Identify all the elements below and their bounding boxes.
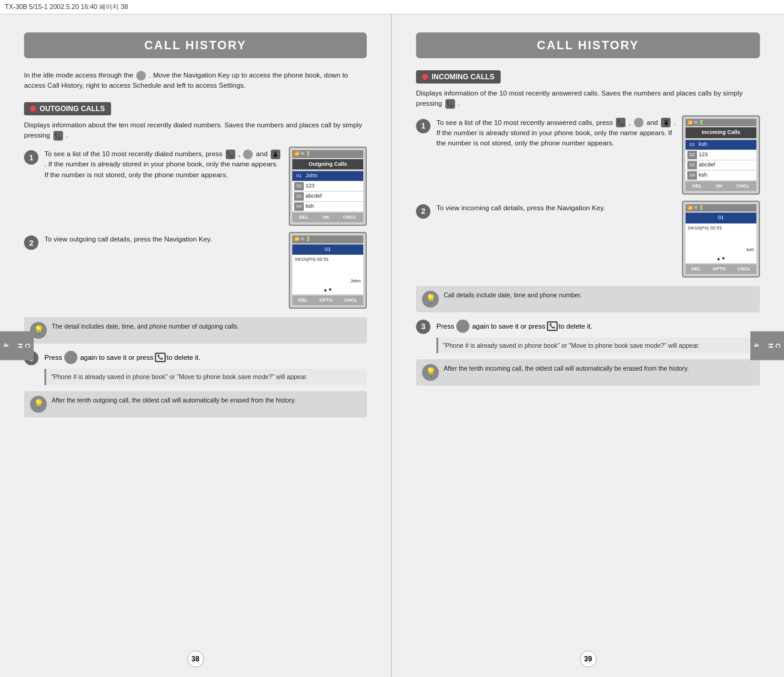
step-1-content: 📶 ✉ 🔋 Outgoing Calls 01 John 02 123 <box>44 149 367 226</box>
outgoing-calls-header: OUTGOING CALLS <box>24 102 111 115</box>
detail-arrows: ▲▼ <box>292 286 363 294</box>
screen-buttons-1: DEL OK CNCL <box>292 213 363 222</box>
left-intro-text: In the idle mode access through the . Mo… <box>24 70 367 91</box>
phone-icon-2a: 📞 <box>616 118 626 127</box>
step-3-incoming-row: 3 Press again to save it or press 📞 to d… <box>416 318 760 334</box>
tip-icon-2: 💡 <box>30 396 47 413</box>
incoming-screen-row-3: 03 abcdef <box>686 160 756 170</box>
phone-icon-2c: 📱 <box>661 118 671 127</box>
incoming-calls-header: INCOMING CALLS <box>416 70 501 83</box>
step-1-incoming-number: 1 <box>416 119 430 133</box>
step-2-incoming-number: 2 <box>416 204 430 219</box>
step-3-row: 3 Press again to save it or press 📞 to d… <box>24 350 367 365</box>
step-3-mid: again to save it or press <box>80 354 153 361</box>
screen-row-1: 01 John <box>292 171 363 181</box>
step-1-row: 1 📶 ✉ 🔋 Outgoing Calls 01 John <box>24 149 367 226</box>
save-icon-right <box>456 320 469 333</box>
phone-icon-desc: 📞 <box>53 131 63 141</box>
detail-empty <box>292 264 363 276</box>
left-page-number: 38 <box>187 651 204 667</box>
step-3-incoming-end: to delete it. <box>559 323 593 330</box>
left-page-title-bar: CALL HISTORY <box>24 32 367 58</box>
tip-2-incoming-text: After the tenth incoming call, the oldes… <box>444 364 689 373</box>
tip-icon-incoming-1: 💡 <box>422 291 439 308</box>
quote-text-left: "Phone # is already saved in phone book"… <box>51 373 308 380</box>
incoming-detail-empty <box>686 233 756 245</box>
right-page-title: CALL HISTORY <box>537 38 639 52</box>
phone-icon-1c: 📱 <box>271 150 280 159</box>
tip-icon-incoming-2: 💡 <box>422 364 439 381</box>
right-page-title-bar: CALL HISTORY <box>416 32 760 58</box>
screen-top-bar: 📶 ✉ 🔋 <box>292 150 363 158</box>
step-1-number: 1 <box>24 150 38 165</box>
outgoing-calls-desc: Displays information about the ten most … <box>24 120 367 141</box>
nav-icon-intro <box>136 71 146 80</box>
step-3-incoming-press: Press <box>436 323 454 330</box>
incoming-detail-name: ksh <box>686 245 756 255</box>
step-3-incoming-mid: again to save it or press <box>472 323 545 330</box>
incoming-screen-top: 📶 ✉ 🔋 <box>686 119 756 127</box>
incoming-section-dot <box>422 74 428 80</box>
incoming-detail-screen: 📶 ✉ 🔋 01 04/10(Fri) 02:51 ksh ▲▼ DEL OPT… <box>682 201 760 278</box>
step-2-content: 📶 ✉ 🔋 01 04/10(Fri) 02:51 John ▲▼ DEL OP… <box>44 234 367 309</box>
incoming-calls-desc: Displays information of the 10 most rece… <box>416 88 760 109</box>
left-page-title: CALL HISTORY <box>144 38 246 52</box>
outgoing-calls-label: OUTGOING CALLS <box>40 105 105 113</box>
chapter-marker-right: CH4 <box>750 331 784 360</box>
phone-icon-incoming-desc: 📞 <box>445 99 455 109</box>
right-page-number: 39 <box>580 651 597 667</box>
outgoing-calls-screen: 📶 ✉ 🔋 Outgoing Calls 01 John 02 123 <box>289 147 367 226</box>
quote-text-right: "Phone # is already saved in phone book"… <box>443 342 700 349</box>
step-3-incoming-number: 3 <box>416 320 430 334</box>
incoming-detail-top: 📶 ✉ 🔋 <box>686 204 756 212</box>
tip-box-1: 💡 The detail includes date, time, and ph… <box>24 317 367 344</box>
tip-box-incoming-1: 💡 Call details include date, time and ph… <box>416 286 760 312</box>
incoming-screen-row-2: 02 123 <box>686 150 756 160</box>
outgoing-calls-screen-title: Outgoing Calls <box>292 159 363 170</box>
phone-icon-1a: 📞 <box>226 150 235 159</box>
tip-1-incoming-text: Call details include date, time and phon… <box>444 291 582 300</box>
detail-num-display: 01 <box>292 244 363 255</box>
step-2-text: To view outgoing call details, press the… <box>44 235 212 243</box>
incoming-screen-buttons-1: DEL OK CNCL <box>686 181 756 191</box>
chapter-marker-left: CH4 <box>0 331 34 360</box>
screen-top-bar-2: 📶 ✉ 🔋 <box>292 235 363 243</box>
right-page: CH4 CALL HISTORY INCOMING CALLS Displays… <box>392 14 784 677</box>
left-page: CH4 CALL HISTORY In the idle mode access… <box>0 14 392 677</box>
screen-row-2: 02 123 <box>292 181 363 191</box>
delete-icon-left: 📞 <box>155 353 166 362</box>
incoming-detail-arrows: ▲▼ <box>686 255 756 263</box>
tip-box-2: 💡 After the tenth outgoing call, the old… <box>24 391 367 417</box>
incoming-calls-label: INCOMING CALLS <box>432 73 495 81</box>
nav-icon-2b <box>634 118 644 127</box>
incoming-calls-screen: 📶 ✉ 🔋 Incoming Calls 01 ksh 02 123 <box>682 115 760 195</box>
detail-name: John <box>292 276 363 286</box>
incoming-screen-buttons-2: DEL OPTS CNCL <box>686 264 756 274</box>
step-2-incoming-content: 📶 ✉ 🔋 01 04/10(Fri) 02:51 ksh ▲▼ DEL OPT… <box>436 203 760 278</box>
save-icon-left <box>64 351 77 364</box>
step-3-end: to delete it. <box>167 354 201 361</box>
incoming-detail-date: 04/10(Fri) 02:51 <box>686 223 756 233</box>
outgoing-detail-screen: 📶 ✉ 🔋 01 04/10(Fri) 02:51 John ▲▼ DEL OP… <box>289 232 367 309</box>
incoming-screen-row-1: 01 ksh <box>686 140 756 150</box>
incoming-detail-num: 01 <box>686 213 756 223</box>
detail-date: 04/10(Fri) 02:51 <box>292 255 363 264</box>
nav-icon-1b <box>243 150 253 159</box>
screen-row-3: 03 abcdef <box>292 192 363 201</box>
step-2-incoming-text: To view incoming call details, press the… <box>436 204 605 211</box>
step-1-incoming-row: 1 📶 ✉ 🔋 Incoming Calls 01 ksh <box>416 118 760 195</box>
screen-row-4: 04 ksh <box>292 202 363 211</box>
tip-2-text: After the tenth outgoing call, the oldes… <box>52 396 296 405</box>
step-2-row: 2 📶 ✉ 🔋 01 04/10(Fri) 02:51 John <box>24 234 367 309</box>
pages-container: CH4 CALL HISTORY In the idle mode access… <box>0 14 784 677</box>
screen-buttons-2: DEL OPTS CNCL <box>292 296 363 305</box>
step-2-incoming-row: 2 📶 ✉ 🔋 01 04/10(Fri) 02:51 ksh <box>416 203 760 278</box>
quote-box-left: "Phone # is already saved in phone book"… <box>44 369 367 385</box>
incoming-screen-row-4: 04 ksh <box>686 171 756 180</box>
quote-box-right: "Phone # is already saved in phone book"… <box>436 338 760 354</box>
top-bar-text: TX-30B 5/15-1 2002.5.20 16:40 페이지 38 <box>5 3 128 10</box>
top-bar: TX-30B 5/15-1 2002.5.20 16:40 페이지 38 <box>0 0 784 14</box>
section-dot <box>30 106 36 112</box>
incoming-screen-title: Incoming Calls <box>686 127 756 138</box>
step-1-incoming-content: 📶 ✉ 🔋 Incoming Calls 01 ksh 02 123 <box>436 118 760 195</box>
